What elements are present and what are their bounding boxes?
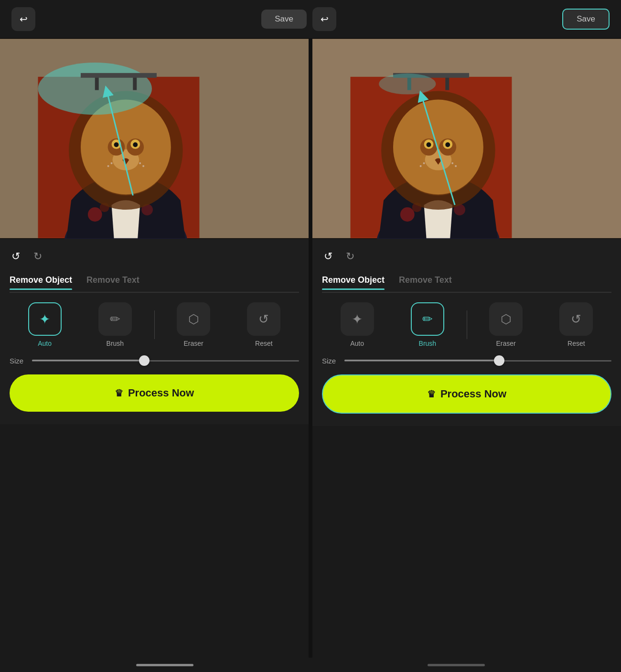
svg-point-41	[427, 142, 431, 147]
left-brush-icon: ✏	[110, 312, 120, 327]
right-controls: ↺ ↻ Remove Object Remove Text ✦	[312, 239, 621, 426]
svg-point-35	[393, 100, 483, 195]
top-bar: ↩ Save ↩ Save	[0, 0, 621, 38]
left-tool-auto[interactable]: ✦ Auto	[10, 302, 80, 347]
right-size-row: Size	[322, 357, 611, 365]
right-tab-divider	[322, 292, 611, 293]
left-tools-row: ✦ Auto ✏ Brush ⬡ Eraser	[10, 302, 299, 347]
right-auto-icon: ✦	[352, 311, 363, 327]
panel-separator	[309, 38, 312, 658]
left-process-button[interactable]: ♛ Process Now	[10, 374, 299, 412]
right-slider-thumb[interactable]	[494, 355, 504, 366]
right-brush-label: Brush	[419, 340, 437, 347]
svg-rect-22	[95, 76, 99, 90]
left-tool-divider	[154, 310, 155, 339]
svg-point-45	[451, 162, 453, 164]
svg-point-46	[455, 165, 457, 167]
right-auto-label: Auto	[350, 340, 364, 347]
right-reset-label: Reset	[567, 340, 585, 347]
left-undo-button[interactable]: ↺	[10, 248, 22, 265]
right-brush-icon: ✏	[422, 312, 433, 327]
save-button-right[interactable]: Save	[562, 9, 610, 30]
left-tool-eraser[interactable]: ⬡ Eraser	[159, 302, 229, 347]
right-eraser-label: Eraser	[496, 340, 516, 347]
svg-point-42	[445, 142, 450, 147]
right-tool-brush[interactable]: ✏ Brush	[392, 302, 462, 347]
right-reset-icon-wrap: ↺	[559, 302, 593, 336]
svg-rect-24	[81, 73, 157, 78]
right-tab-remove-text[interactable]: Remove Text	[399, 272, 452, 288]
right-eraser-icon-wrap: ⬡	[489, 302, 523, 336]
right-undo-redo-row: ↺ ↻	[322, 248, 611, 265]
left-auto-label: Auto	[38, 340, 52, 347]
right-tool-divider	[467, 310, 467, 339]
right-tools-row: ✦ Auto ✏ Brush ⬡ Eraser	[322, 302, 611, 347]
right-auto-icon-wrap: ✦	[341, 302, 374, 336]
left-image-area	[0, 38, 309, 239]
svg-point-30	[400, 207, 415, 222]
left-auto-icon-wrap: ✦	[28, 302, 62, 336]
left-panel: ↺ ↻ Remove Object Remove Text ✦	[0, 38, 309, 658]
left-tabs-row: Remove Object Remove Text	[10, 272, 299, 288]
right-slider-track[interactable]	[344, 360, 611, 362]
left-size-label: Size	[10, 357, 26, 365]
left-brush-icon-wrap: ✏	[98, 302, 132, 336]
left-redo-button[interactable]: ↻	[32, 248, 44, 265]
left-bottom-indicator	[136, 664, 193, 666]
left-reset-label: Reset	[255, 340, 273, 347]
svg-point-4	[88, 207, 102, 222]
right-undo-button[interactable]: ↺	[322, 248, 334, 265]
left-slider-fill	[32, 360, 144, 361]
svg-rect-23	[133, 76, 137, 90]
svg-point-16	[133, 142, 138, 147]
right-tool-reset[interactable]: ↺ Reset	[541, 302, 611, 347]
right-size-label: Size	[322, 357, 339, 365]
back-icon-left: ↩	[20, 13, 28, 25]
left-process-label: Process Now	[128, 387, 194, 399]
left-crown-icon: ♛	[115, 387, 123, 399]
right-tool-eraser[interactable]: ⬡ Eraser	[471, 302, 541, 347]
left-slider-thumb[interactable]	[139, 355, 150, 366]
left-eraser-label: Eraser	[184, 340, 203, 347]
left-tab-divider	[10, 292, 299, 293]
left-eraser-icon: ⬡	[188, 312, 199, 327]
left-tool-brush[interactable]: ✏ Brush	[80, 302, 150, 347]
right-brush-icon-wrap: ✏	[411, 302, 444, 336]
back-button-left[interactable]: ↩	[11, 7, 35, 31]
right-crown-icon: ♛	[427, 388, 436, 400]
left-tab-remove-text[interactable]: Remove Text	[86, 272, 139, 288]
back-icon-center: ↩	[321, 13, 329, 25]
back-button-center[interactable]: ↩	[312, 7, 336, 31]
left-size-row: Size	[10, 357, 299, 365]
right-tab-remove-object[interactable]: Remove Object	[322, 272, 385, 288]
left-tab-remove-object[interactable]: Remove Object	[10, 272, 72, 288]
svg-point-43	[423, 162, 425, 164]
svg-point-15	[114, 142, 119, 147]
svg-point-50	[379, 74, 436, 95]
svg-point-44	[420, 165, 422, 167]
left-slider-track[interactable]	[32, 360, 299, 362]
right-process-button[interactable]: ♛ Process Now	[322, 374, 611, 414]
right-tool-auto[interactable]: ✦ Auto	[322, 302, 392, 347]
right-process-label: Process Now	[440, 388, 506, 400]
right-redo-button[interactable]: ↻	[344, 248, 356, 265]
right-image-area	[312, 38, 621, 239]
left-reset-icon: ↺	[258, 312, 269, 327]
save-button-left[interactable]: Save	[261, 10, 307, 29]
svg-point-17	[111, 162, 113, 164]
right-tabs-row: Remove Object Remove Text	[322, 272, 611, 288]
svg-point-19	[139, 162, 141, 164]
right-reset-icon: ↺	[571, 312, 581, 327]
right-panel: ↺ ↻ Remove Object Remove Text ✦	[312, 38, 621, 658]
right-slider-fill	[344, 360, 499, 361]
right-eraser-icon: ⬡	[501, 312, 512, 327]
left-eraser-icon-wrap: ⬡	[177, 302, 210, 336]
svg-rect-48	[445, 76, 449, 90]
left-brush-label: Brush	[107, 340, 124, 347]
svg-point-20	[142, 165, 144, 167]
left-undo-redo-row: ↺ ↻	[10, 248, 299, 265]
left-tool-reset[interactable]: ↺ Reset	[229, 302, 299, 347]
svg-point-18	[107, 165, 109, 167]
bottom-bar	[0, 658, 621, 672]
left-reset-icon-wrap: ↺	[247, 302, 280, 336]
